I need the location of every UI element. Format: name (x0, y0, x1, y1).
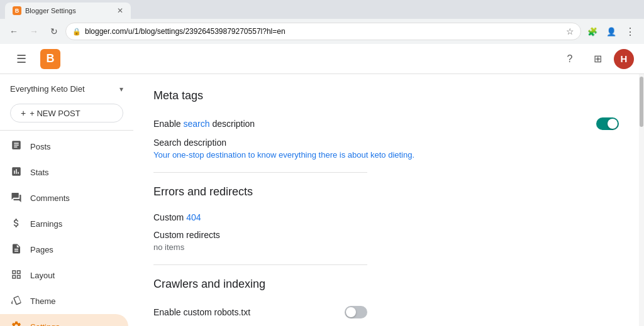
menu-dots-icon[interactable]: ⋮ (621, 23, 639, 40)
reload-button[interactable]: ↻ (45, 23, 63, 40)
enable-search-toggle[interactable] (596, 117, 619, 130)
errors-redirects-title: Errors and redirects (153, 185, 619, 198)
extensions-icon[interactable]: 🧩 (584, 23, 601, 40)
new-post-label: + NEW POST (30, 109, 80, 118)
blog-name: Everything Keto Diet (10, 84, 114, 94)
enable-custom-robots-row: Enable custom robots.txt (153, 301, 367, 323)
search-description-label: Search description (153, 138, 619, 148)
blog-selector[interactable]: Everything Keto Diet ▾ (0, 79, 133, 99)
scrollbar-track[interactable] (639, 74, 644, 326)
sidebar: Everything Keto Diet ▾ + + NEW POST Post… (0, 74, 133, 326)
comments-label: Comments (30, 193, 70, 203)
crawlers-indexing-title: Crawlers and indexing (153, 278, 619, 291)
errors-redirects-section: Errors and redirects Custom 404 Custom r… (153, 185, 619, 259)
search-description-row: Search description Your one-stop destina… (153, 135, 619, 167)
custom-redirects-label: Custom redirects (153, 230, 619, 240)
enable-custom-robots-toggle[interactable] (345, 306, 367, 318)
help-button[interactable]: ? (558, 48, 581, 70)
tab-title: Blogger Settings (25, 7, 113, 14)
custom-redirects-row: Custom redirects no items (153, 226, 619, 259)
apps-grid-button[interactable]: ⊞ (586, 48, 609, 70)
browser-tabs-bar: B Blogger Settings ✕ (0, 0, 644, 19)
forward-button[interactable]: → (25, 23, 43, 40)
dropdown-arrow-icon: ▾ (119, 85, 123, 94)
section-divider-2 (153, 264, 367, 265)
sidebar-item-layout[interactable]: Layout (0, 263, 128, 288)
sidebar-item-comments[interactable]: Comments (0, 185, 128, 211)
new-post-button[interactable]: + + NEW POST (10, 104, 123, 122)
tab-close-icon[interactable]: ✕ (117, 6, 123, 15)
hamburger-button[interactable]: ☰ (10, 48, 33, 70)
star-icon[interactable]: ☆ (566, 26, 574, 36)
stats-icon (10, 166, 23, 179)
sidebar-item-pages[interactable]: Pages (0, 237, 128, 263)
user-profile-avatar[interactable]: H (614, 49, 634, 69)
plus-icon: + (21, 108, 26, 118)
posts-icon (10, 139, 23, 153)
theme-label: Theme (30, 296, 55, 306)
layout-label: Layout (30, 271, 55, 280)
browser-chrome: B Blogger Settings ✕ ← → ↻ 🔒 blogger.com… (0, 0, 644, 44)
toggle-slider-on (596, 117, 619, 130)
earnings-icon (10, 217, 23, 231)
stats-label: Stats (30, 168, 49, 177)
toggle-slider-off (345, 306, 367, 318)
theme-icon (10, 295, 23, 308)
pages-label: Pages (30, 245, 53, 254)
enable-custom-robots-label: Enable custom robots.txt (153, 307, 250, 317)
toolbar-right-icons: 🧩 👤 ⋮ (584, 23, 639, 40)
tab-favicon: B (13, 6, 21, 15)
content-area: Meta tags Enable search description Sear… (133, 74, 639, 326)
browser-toolbar: ← → ↻ 🔒 blogger.com/u/1/blog/settings/23… (0, 19, 644, 44)
settings-label: Settings (30, 322, 60, 326)
enable-search-description-row: Enable search description (153, 112, 619, 135)
url-text: blogger.com/u/1/blog/settings/2392645398… (85, 27, 562, 36)
layout-icon (10, 269, 23, 282)
address-bar[interactable]: 🔒 blogger.com/u/1/blog/settings/23926453… (65, 23, 581, 40)
custom-404-label[interactable]: Custom 404 (153, 212, 619, 222)
posts-label: Posts (30, 142, 51, 151)
search-description-value: Your one-stop destination to know everyt… (153, 150, 619, 160)
sidebar-item-settings[interactable]: Settings (0, 314, 128, 326)
back-button[interactable]: ← (5, 23, 23, 40)
app-header: ☰ B ? ⊞ H (0, 44, 644, 74)
active-tab[interactable]: B Blogger Settings ✕ (5, 3, 131, 19)
sidebar-item-theme[interactable]: Theme (0, 288, 128, 314)
earnings-label: Earnings (30, 219, 62, 229)
settings-icon (10, 320, 23, 326)
custom-redirects-value: no items (153, 242, 619, 252)
header-right-icons: ? ⊞ H (558, 48, 634, 70)
section-divider-1 (153, 172, 367, 173)
custom-404-row: Custom 404 (153, 209, 619, 226)
sidebar-item-stats[interactable]: Stats (0, 160, 128, 185)
sidebar-item-earnings[interactable]: Earnings (0, 211, 128, 237)
pages-icon (10, 243, 23, 256)
enable-search-description-label: Enable search description (153, 119, 255, 129)
meta-tags-title: Meta tags (153, 89, 619, 102)
crawlers-indexing-section: Crawlers and indexing Enable custom robo… (153, 278, 619, 323)
blogger-logo: B (40, 49, 60, 69)
meta-tags-section: Meta tags Enable search description Sear… (153, 89, 619, 167)
profile-icon-btn[interactable]: 👤 (602, 23, 620, 40)
comments-icon (10, 192, 23, 205)
sidebar-divider-1 (0, 130, 133, 131)
scrollbar-thumb[interactable] (640, 77, 643, 127)
lock-icon: 🔒 (72, 28, 81, 36)
sidebar-item-posts[interactable]: Posts (0, 133, 128, 160)
